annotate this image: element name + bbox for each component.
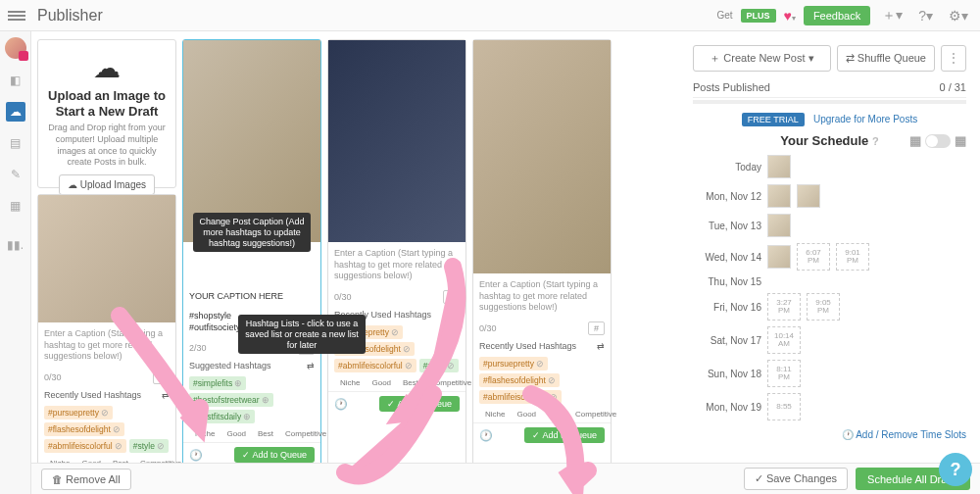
- hashtag[interactable]: #flashesofdelight ⊘: [44, 422, 124, 436]
- draft-card-4: Enter a Caption (Start typing a hashtag …: [472, 39, 612, 486]
- shuffle-icon[interactable]: ⇄: [597, 341, 605, 351]
- schedule-row: Today: [693, 152, 966, 181]
- schedule-thumb[interactable]: [797, 184, 820, 208]
- hashtag[interactable]: #flashesofdelight ⊘: [479, 373, 560, 387]
- hashtag[interactable]: #abmlifeiscolorful ⊘: [479, 390, 562, 404]
- publisher-icon[interactable]: ☁: [6, 102, 25, 122]
- recent-hashtags-label: Recently Used Hashtags: [479, 341, 576, 351]
- schedule-thumb[interactable]: [767, 184, 791, 208]
- schedule-row: Wed, Nov 146:07PM9:01PM: [693, 240, 966, 273]
- add-to-queue-button[interactable]: ✓ Add to Queue: [524, 427, 605, 443]
- schedule-day-label: Tue, Nov 13: [693, 221, 761, 231]
- draft-image-1[interactable]: [38, 195, 175, 322]
- schedule-row: Mon, Nov 12: [693, 181, 966, 211]
- schedule-slot[interactable]: 8:55: [767, 393, 801, 420]
- caption-placeholder-1[interactable]: Enter a Caption (Start typing a hashtag …: [38, 322, 175, 369]
- recent-hashtags-label: Recently Used Hashtags: [44, 390, 141, 400]
- remove-all-button[interactable]: 🗑 Remove All: [41, 469, 131, 490]
- posts-progress-bar: [693, 100, 966, 104]
- help-chat-button[interactable]: ?: [939, 453, 972, 486]
- settings-icon[interactable]: ⚙▾: [945, 8, 972, 24]
- draft-card-2: Change Post Caption (Add more hashtags t…: [182, 39, 321, 486]
- view-toggle[interactable]: [925, 134, 951, 148]
- schedule-day-label: Fri, Nov 16: [693, 302, 761, 313]
- right-panel: ＋ Create New Post ▾ ⇄ Shuffle Queue ⋮ Po…: [685, 39, 974, 486]
- schedule-row: Tue, Nov 13: [693, 211, 966, 240]
- dashboard-icon[interactable]: ◧: [6, 71, 25, 90]
- help-icon[interactable]: ?▾: [914, 8, 937, 24]
- more-options-button[interactable]: ⋮: [941, 45, 966, 72]
- add-icon[interactable]: ＋▾: [878, 7, 906, 25]
- hashtag-counter: 0/30: [334, 292, 352, 302]
- schedule-slot[interactable]: 8:11PM: [767, 360, 801, 387]
- draft-image-4[interactable]: [473, 40, 611, 273]
- posts-published-count: 0 / 31: [939, 81, 966, 93]
- schedule-slot[interactable]: 10:14AM: [767, 326, 801, 354]
- hashtag-list-button[interactable]: #: [153, 370, 170, 384]
- schedule-slot[interactable]: 9:01PM: [836, 243, 869, 271]
- hashtag[interactable]: #simplefits ⊕: [189, 376, 246, 390]
- caption-input[interactable]: [183, 287, 320, 305]
- hashtag[interactable]: #bestfitsdaily ⊕: [189, 410, 255, 423]
- hashtag[interactable]: #abmlifeiscolorful ⊘: [44, 439, 126, 453]
- upload-title: Upload an Image to Start a New Draft: [46, 88, 168, 119]
- hashtag[interactable]: #bestofstreetwear ⊕: [189, 393, 273, 407]
- analytics-icon[interactable]: ▮▮.: [6, 235, 25, 255]
- main: ◧ ☁ ▤ ✎ ▦ ▮▮. ☁ Upload an Image to Start…: [0, 31, 980, 494]
- hashtag-list-button[interactable]: #: [443, 290, 460, 304]
- grid-view-icon[interactable]: ▦: [955, 133, 966, 148]
- schedule-thumb[interactable]: [767, 214, 791, 237]
- shuffle-icon[interactable]: ⇄: [452, 310, 460, 320]
- plus-badge[interactable]: PLUS: [741, 9, 776, 23]
- schedule-day-label: Sun, Nov 18: [693, 369, 761, 379]
- caption-placeholder-3[interactable]: Enter a Caption (Start typing a hashtag …: [328, 242, 466, 288]
- hashtag[interactable]: #style ⊘: [129, 439, 169, 453]
- shuffle-icon[interactable]: ⇄: [162, 390, 170, 400]
- clock-icon[interactable]: 🕐: [479, 429, 493, 442]
- schedule-slot[interactable]: 9:05PM: [807, 293, 840, 321]
- schedule-thumb[interactable]: [767, 155, 791, 178]
- caption-tooltip: Change Post Caption (Add more hashtags t…: [193, 213, 311, 252]
- hashtag-list-button[interactable]: #: [588, 321, 605, 335]
- heart-icon[interactable]: ♥▾: [784, 8, 796, 24]
- add-to-queue-button[interactable]: ✓ Add to Queue: [234, 447, 315, 463]
- add-remove-time-slots[interactable]: 🕐 Add / Remove Time Slots: [693, 429, 966, 440]
- menu-icon[interactable]: [8, 9, 25, 23]
- upload-images-button[interactable]: ☁ Upload Images: [59, 174, 155, 195]
- feedback-button[interactable]: Feedback: [804, 6, 870, 25]
- hashtag[interactable]: #pursuepretty ⊘: [44, 406, 113, 420]
- help-circle-icon[interactable]: ?: [872, 135, 879, 147]
- legend: NicheGoodBestCompetitive: [328, 374, 466, 391]
- add-to-queue-button[interactable]: ✓ Add to Queue: [379, 396, 460, 412]
- tags-1: #pursuepretty ⊘ #flashesofdelight ⊘ #abm…: [38, 404, 175, 455]
- hashtag[interactable]: #style ⊘: [419, 359, 459, 372]
- save-changes-button[interactable]: ✓ Save Changes: [744, 468, 848, 490]
- suggested-hashtags-label: Suggested Hashtags: [189, 361, 271, 370]
- calendar-view-icon[interactable]: ▦: [909, 133, 921, 148]
- legend: NicheGoodBestCompetitive: [183, 425, 320, 442]
- schedule-slot[interactable]: 6:07PM: [797, 243, 830, 271]
- schedule-row: Sun, Nov 188:11PM: [693, 357, 966, 390]
- hashtag[interactable]: #abmlifeiscolorful ⊘: [334, 359, 416, 372]
- draft-image-3[interactable]: [328, 40, 466, 242]
- captions-icon[interactable]: ✎: [6, 165, 25, 184]
- tags-2: #simplefits ⊕ #bestofstreetwear ⊕ #bestf…: [183, 374, 320, 425]
- schedule-list: TodayMon, Nov 12Tue, Nov 13Wed, Nov 146:…: [693, 152, 966, 423]
- content-area: ☁ Upload an Image to Start a New Draft D…: [31, 31, 980, 494]
- shuffle-queue-button[interactable]: ⇄ Shuffle Queue: [837, 45, 935, 72]
- caption-placeholder-4[interactable]: Enter a Caption (Start typing a hashtag …: [473, 273, 611, 320]
- hashtag[interactable]: #pursuepretty ⊘: [479, 357, 548, 370]
- hashtag-lists-tooltip: Hashtag Lists - click to use a saved lis…: [238, 315, 366, 354]
- media-icon[interactable]: ▤: [6, 133, 25, 153]
- create-new-post-button[interactable]: ＋ Create New Post ▾: [693, 45, 831, 72]
- schedule-thumb[interactable]: [767, 245, 791, 269]
- upload-desc: Drag and Drop right from your computer! …: [46, 123, 168, 169]
- upgrade-link[interactable]: Upgrade for More Posts: [813, 114, 917, 124]
- topbar-right: Get PLUS ♥▾ Feedback ＋▾ ?▾ ⚙▾: [716, 6, 972, 25]
- account-avatar[interactable]: [5, 37, 26, 59]
- shuffle-icon[interactable]: ⇄: [307, 361, 315, 370]
- clock-icon[interactable]: 🕐: [189, 449, 203, 462]
- calendar-icon[interactable]: ▦: [6, 196, 25, 216]
- clock-icon[interactable]: 🕐: [334, 398, 348, 411]
- schedule-slot[interactable]: 3:27PM: [767, 293, 801, 321]
